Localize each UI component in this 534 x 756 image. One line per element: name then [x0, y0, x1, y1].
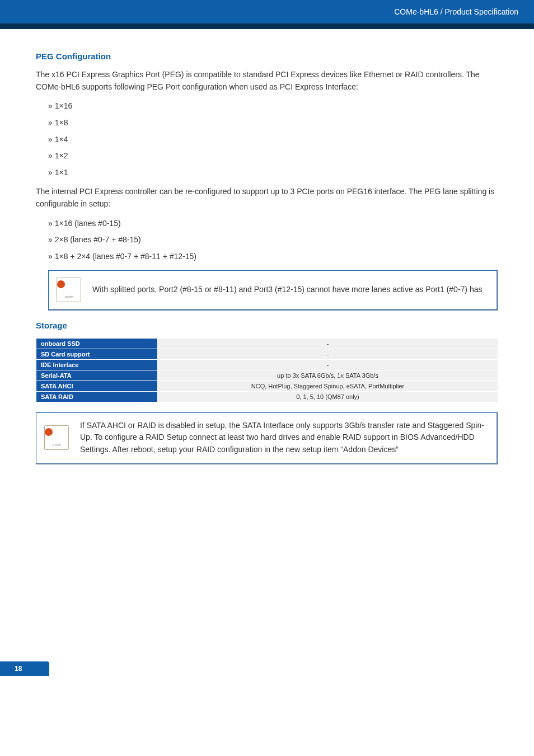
peg-intro: The x16 PCI Express Graphics Port (PEG) … — [36, 69, 498, 93]
list-item: » 1×4 — [48, 134, 498, 145]
list-item: » 1×16 — [48, 101, 498, 112]
table-row: IDE Interface - — [36, 359, 498, 370]
list-item: » 1×2 — [48, 151, 498, 162]
peg-heading: PEG Configuration — [36, 51, 498, 61]
list-item: » 2×8 (lanes #0-7 + #8-15) — [48, 234, 498, 246]
list-item: » 1×16 (lanes #0-15) — [48, 218, 498, 229]
row-value: - — [158, 349, 498, 359]
table-row: SD Card support - — [36, 349, 498, 359]
row-value: - — [158, 359, 498, 370]
row-label: SATA RAID — [36, 391, 158, 402]
peg-config-list: » 1×16 » 1×8 » 1×4 » 1×2 » 1×1 — [36, 101, 498, 178]
peg-split-list: » 1×16 (lanes #0-15) » 2×8 (lanes #0-7 +… — [36, 218, 498, 262]
page-content: PEG Configuration The x16 PCI Express Gr… — [0, 29, 534, 684]
note-icon — [44, 425, 69, 450]
table-row: onboard SSD - — [36, 338, 498, 349]
row-label: IDE Interface — [36, 359, 158, 370]
peg-note-box: With splitted ports, Port2 (#8-15 or #8-… — [48, 270, 498, 311]
page-number: 18 — [0, 661, 49, 676]
note-icon — [57, 278, 81, 302]
peg-note-text: With splitted ports, Port2 (#8-15 or #8-… — [92, 284, 482, 296]
list-item: » 1×8 + 2×4 (lanes #0-7 + #8-11 + #12-15… — [48, 251, 498, 262]
table-row: SATA AHCI NCQ, HotPlug, Staggered Spinup… — [36, 381, 498, 391]
row-value: 0, 1, 5, 10 (QM87 only) — [158, 391, 498, 402]
peg-split-intro: The internal PCI Express controller can … — [36, 186, 498, 210]
row-value: NCQ, HotPlug, Staggered Spinup, eSATA, P… — [158, 381, 498, 391]
storage-note-text: If SATA AHCI or RAID is disabled in setu… — [80, 420, 486, 456]
storage-table: onboard SSD - SD Card support - IDE Inte… — [36, 338, 498, 402]
table-row: Serial-ATA up to 3x SATA 6Gb/s, 1x SATA … — [36, 370, 498, 381]
list-item: » 1×1 — [48, 167, 498, 179]
row-value: - — [158, 338, 498, 349]
row-label: onboard SSD — [36, 338, 158, 349]
row-label: SD Card support — [36, 349, 158, 359]
header-title: COMe-bHL6 / Product Specification — [394, 7, 518, 16]
list-item: » 1×8 — [48, 118, 498, 129]
row-label: Serial-ATA — [36, 370, 158, 381]
storage-note-box: If SATA AHCI or RAID is disabled in setu… — [36, 412, 498, 464]
row-value: up to 3x SATA 6Gb/s, 1x SATA 3Gb/s — [158, 370, 498, 381]
storage-heading: Storage — [36, 321, 498, 330]
row-label: SATA AHCI — [36, 381, 158, 391]
table-row: SATA RAID 0, 1, 5, 10 (QM87 only) — [36, 391, 498, 402]
header-bar: COMe-bHL6 / Product Specification — [0, 0, 534, 29]
